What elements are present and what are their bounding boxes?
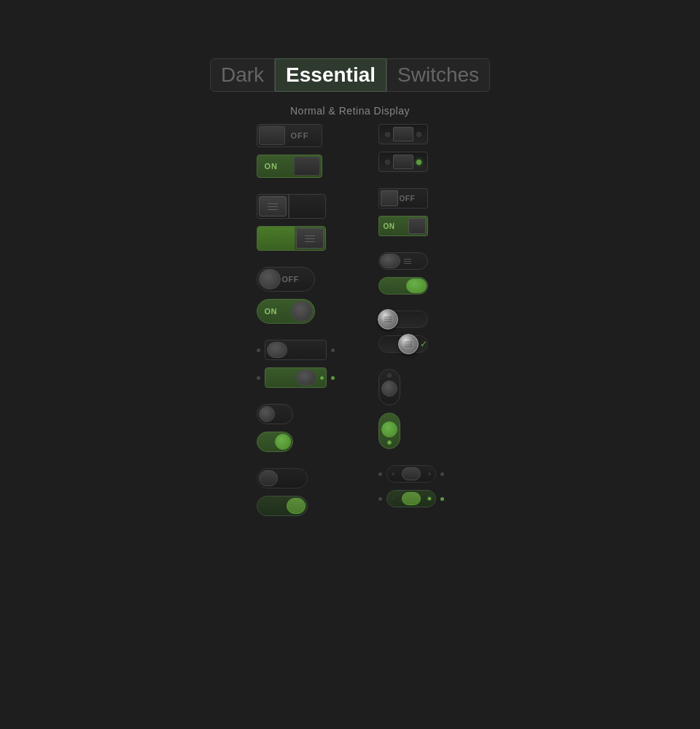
title-area: Dark Essential Switches [210, 58, 490, 92]
thumb-fd [402, 467, 421, 480]
slim-pill-off[interactable] [378, 252, 428, 270]
thumb-dp [296, 370, 316, 386]
thumb-fp [287, 498, 306, 514]
thumb-v [275, 434, 291, 450]
switch-pair-3-left: OFF ON [257, 267, 315, 324]
thumb-rect [393, 127, 413, 141]
knob-switch-off[interactable] [378, 311, 428, 328]
thumb-dp [267, 342, 287, 358]
small-dot-right-active [440, 497, 444, 501]
dot-v-bottom [387, 440, 392, 445]
small-dot-right [331, 348, 335, 352]
small-dot-left [257, 348, 260, 352]
switch-pair-4-left [257, 340, 335, 388]
dot-pill-on[interactable] [265, 367, 327, 388]
knob-lines [405, 342, 412, 347]
flat-dot-on[interactable] [386, 490, 436, 507]
dot-f-left [392, 497, 394, 500]
rect-switch-on-1[interactable]: ON [257, 155, 322, 178]
subtitle: Normal & Retina Display [290, 105, 410, 117]
dot-f-right-active [428, 497, 431, 500]
thumb-vd [381, 381, 397, 397]
slim-pill-on[interactable] [378, 277, 428, 295]
off-label: OFF [282, 275, 300, 284]
pill-switch-off[interactable]: OFF [257, 267, 315, 292]
switch-pair-5-right [378, 369, 400, 449]
thumb [294, 157, 320, 176]
on-label: ON [265, 307, 278, 316]
dot-pill-off[interactable] [265, 340, 327, 360]
thumb-sm [408, 218, 426, 234]
small-dot-right [440, 472, 444, 476]
thumb-lines [305, 235, 315, 242]
thumb2 [296, 228, 324, 249]
thumb-v [259, 406, 275, 422]
thumb-pill [259, 269, 281, 289]
off-label: OFF [400, 195, 416, 203]
thumb-fp [259, 470, 278, 486]
off-label: OFF [291, 131, 309, 140]
row-indicator-off [257, 340, 335, 360]
thumb [259, 126, 285, 145]
switch-pair-2-left [257, 194, 326, 251]
dot-left [385, 132, 390, 137]
row-indicator-off [378, 465, 444, 483]
v-dot-off[interactable] [378, 369, 400, 405]
switch-pair-6-right [378, 465, 444, 507]
thumb-fd [402, 492, 421, 505]
thumb-rect [393, 155, 413, 169]
left-column: OFF ON [257, 124, 335, 516]
rect-sm-on[interactable]: ON [378, 216, 428, 236]
flat-pill-on[interactable] [257, 496, 308, 516]
switch-pair-6-left [257, 468, 308, 516]
divider [288, 195, 289, 218]
small-dot-left [257, 376, 260, 380]
dot-f-left [392, 472, 394, 475]
active-dot [320, 376, 324, 380]
dot-switch-off[interactable] [378, 124, 428, 144]
rect-switch-off-1[interactable]: OFF [257, 124, 322, 147]
row-indicator-on [378, 490, 444, 507]
flat-dot-off[interactable] [386, 465, 436, 483]
switch-pair-5-left [257, 404, 293, 452]
small-dot-left [378, 472, 382, 476]
title-word-switches: Switches [386, 58, 490, 92]
check-icon: ✓ [420, 339, 427, 349]
thumb-slim [380, 254, 400, 268]
thumb-lines [268, 203, 278, 210]
switch-pair-1-left: OFF ON [257, 124, 322, 178]
dot-v-top [387, 373, 392, 378]
switch-pair-3-right [378, 252, 428, 295]
dot-f-right [428, 472, 431, 475]
on-label: ON [384, 222, 395, 230]
flat-pill-off[interactable] [257, 468, 308, 488]
thumb-slim [406, 278, 427, 293]
right-column: OFF ON [378, 124, 444, 516]
knob-lines [384, 317, 392, 322]
rect2-switch-off[interactable] [257, 194, 326, 219]
knob-switch-on[interactable]: ✓ [378, 335, 428, 353]
small-dot-left [378, 497, 382, 501]
dot-switch-on[interactable] [378, 152, 428, 172]
green-section [257, 227, 295, 250]
switch-pair-1-right [378, 124, 428, 172]
rect2-switch-on[interactable] [257, 226, 326, 251]
title-word-essential: Essential [275, 58, 386, 92]
v-dot-on[interactable] [378, 413, 400, 449]
knob-metallic-on [398, 334, 419, 354]
thumb-sm [381, 190, 398, 206]
v-pill-on[interactable] [257, 432, 293, 452]
row-indicator-on [257, 367, 335, 388]
switch-pair-4-right: ✓ [378, 311, 428, 353]
dot-left [385, 160, 390, 165]
rect-sm-off[interactable]: OFF [378, 188, 428, 208]
v-pill-off[interactable] [257, 404, 293, 424]
title-word-dark: Dark [210, 58, 275, 92]
on-label: ON [265, 162, 279, 171]
dot-right [416, 132, 421, 137]
thumb2 [259, 196, 287, 217]
switch-pair-2-right: OFF ON [378, 188, 428, 236]
knob-metallic-off [378, 309, 398, 330]
dot-right-active [416, 160, 421, 165]
pill-switch-on[interactable]: ON [257, 299, 315, 324]
